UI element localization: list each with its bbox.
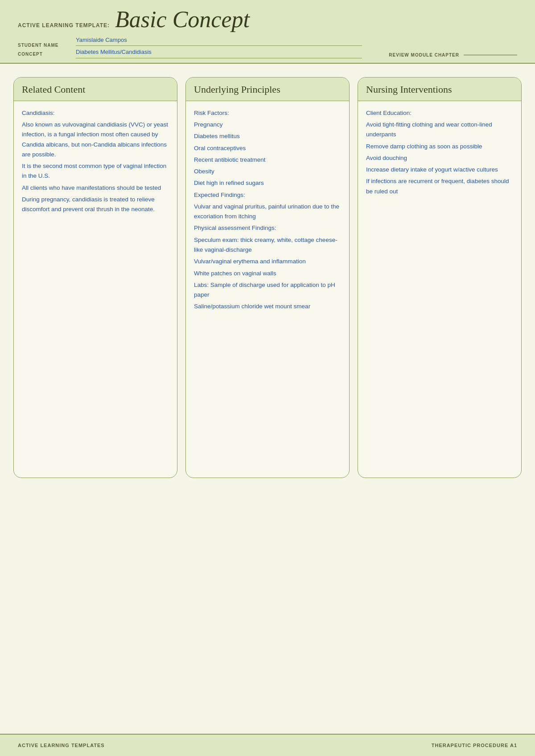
student-name-label: STUDENT NAME — [18, 41, 76, 49]
related-content-card: Related Content Candidiasis: Also known … — [13, 77, 177, 478]
nursing-interventions-text: Client Education: Avoid tight-fitting cl… — [366, 108, 513, 196]
info-values: Yamislaide Campos Diabetes Mellitus/Cand… — [76, 35, 362, 58]
related-content-text: Candidiasis: Also known as vulvovaginal … — [22, 108, 169, 215]
main-content: Related Content Candidiasis: Also known … — [0, 64, 535, 514]
review-module: REVIEW MODULE CHAPTER — [389, 53, 517, 58]
related-content-header: Related Content — [14, 78, 177, 101]
underlying-principles-header: Underlying Principles — [186, 78, 349, 101]
footer-right: THERAPEUTIC PROCEDURE A1 — [432, 743, 517, 748]
nursing-interventions-title: Nursing Interventions — [366, 84, 452, 95]
concept-label: CONCEPT — [18, 50, 76, 58]
page-header: ACTIVE LEARNING TEMPLATE: Basic Concept … — [0, 0, 535, 64]
info-labels: STUDENT NAME CONCEPT — [18, 41, 76, 58]
underlying-principles-card: Underlying Principles Risk Factors: Preg… — [185, 77, 350, 478]
concept-value: Diabetes Mellitus/Candidiasis — [76, 47, 362, 58]
page-footer: ACTIVE LEARNING TEMPLATES THERAPEUTIC PR… — [0, 734, 535, 756]
footer-left: ACTIVE LEARNING TEMPLATES — [18, 743, 105, 748]
student-name-value: Yamislaide Campos — [76, 35, 362, 46]
related-content-body: Candidiasis: Also known as vulvovaginal … — [14, 101, 177, 224]
underlying-principles-body: Risk Factors: Pregnancy Diabetes mellitu… — [186, 101, 349, 321]
related-content-title: Related Content — [22, 84, 85, 95]
nursing-interventions-body: Client Education: Avoid tight-fitting cl… — [358, 101, 521, 205]
review-module-label: REVIEW MODULE CHAPTER — [389, 53, 459, 57]
underlying-principles-text: Risk Factors: Pregnancy Diabetes mellitu… — [194, 108, 341, 312]
underlying-principles-title: Underlying Principles — [194, 84, 280, 95]
template-label: ACTIVE LEARNING TEMPLATE: — [18, 22, 110, 29]
template-title: Basic Concept — [115, 8, 250, 31]
nursing-interventions-card: Nursing Interventions Client Education: … — [358, 77, 522, 478]
review-line — [464, 55, 517, 55]
nursing-interventions-header: Nursing Interventions — [358, 78, 521, 101]
